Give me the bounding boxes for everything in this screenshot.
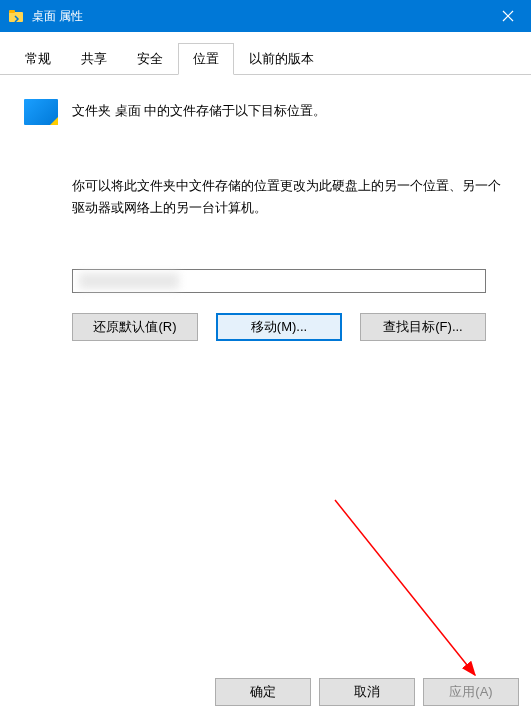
tab-location[interactable]: 位置 [178, 43, 234, 75]
content-area: 常规 共享 安全 位置 以前的版本 文件夹 桌面 中的文件存储于以下目标位置。 … [0, 32, 531, 718]
path-input[interactable] [72, 269, 486, 293]
window-title: 桌面 属性 [32, 8, 485, 25]
path-value-blurred [79, 273, 179, 289]
ok-button[interactable]: 确定 [215, 678, 311, 706]
desktop-folder-icon [24, 99, 58, 125]
action-button-row: 还原默认值(R) 移动(M)... 查找目标(F)... [72, 313, 511, 341]
cancel-button[interactable]: 取消 [319, 678, 415, 706]
tab-strip: 常规 共享 安全 位置 以前的版本 [0, 32, 531, 75]
tab-security[interactable]: 安全 [122, 43, 178, 75]
tab-general[interactable]: 常规 [10, 43, 66, 75]
app-icon [8, 8, 24, 24]
restore-defaults-button[interactable]: 还原默认值(R) [72, 313, 198, 341]
description-row: 文件夹 桌面 中的文件存储于以下目标位置。 [24, 99, 511, 125]
description-text: 文件夹 桌面 中的文件存储于以下目标位置。 [72, 99, 326, 122]
close-button[interactable] [485, 0, 531, 32]
apply-button[interactable]: 应用(A) [423, 678, 519, 706]
find-target-button[interactable]: 查找目标(F)... [360, 313, 486, 341]
svg-rect-1 [9, 10, 15, 13]
dialog-button-row: 确定 取消 应用(A) [0, 668, 531, 718]
move-button[interactable]: 移动(M)... [216, 313, 342, 341]
tab-previous-versions[interactable]: 以前的版本 [234, 43, 329, 75]
titlebar: 桌面 属性 [0, 0, 531, 32]
tab-sharing[interactable]: 共享 [66, 43, 122, 75]
info-text: 你可以将此文件夹中文件存储的位置更改为此硬盘上的另一个位置、另一个驱动器或网络上… [72, 175, 511, 219]
tab-panel-location: 文件夹 桌面 中的文件存储于以下目标位置。 你可以将此文件夹中文件存储的位置更改… [0, 75, 531, 668]
